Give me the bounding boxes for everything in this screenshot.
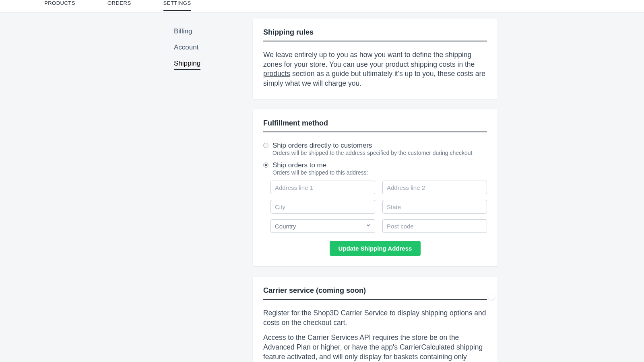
address-line-1-field[interactable] <box>270 181 375 194</box>
sidenav-item-account[interactable]: Account <box>174 39 198 56</box>
fulfillment-option-direct[interactable]: Ship orders directly to customers Orders… <box>263 141 487 156</box>
radio-label: Ship orders to me <box>272 161 368 169</box>
shipping-rules-text-2: section as a guide but ultimately it's u… <box>263 70 485 87</box>
shipping-rules-text-1: We leave entirely up to you as how you w… <box>263 51 475 68</box>
card-title: Shipping rules <box>263 28 487 41</box>
carrier-p2: Access to the Carrier Services API requi… <box>263 333 487 362</box>
radio-label: Ship orders directly to customers <box>272 141 473 150</box>
radio-text: Ship orders directly to customers Orders… <box>272 141 473 156</box>
tab-orders[interactable]: ORDERS <box>107 0 131 10</box>
address-line-2-field[interactable] <box>382 181 487 194</box>
products-link[interactable]: products <box>263 70 290 78</box>
fulfillment-card: Fulfillment method Ship orders directly … <box>253 109 497 267</box>
carrier-title-text: Carrier service (coming soon) <box>263 286 366 295</box>
fulfillment-option-me[interactable]: Ship orders to me Orders will be shipped… <box>263 161 487 176</box>
shipping-rules-body: We leave entirely up to you as how you w… <box>263 50 487 88</box>
sidenav-item-billing[interactable]: Billing <box>174 23 192 39</box>
radio-input[interactable] <box>263 143 268 148</box>
page-body: Billing Account Shipping Shipping rules … <box>0 13 644 362</box>
carrier-p1: Register for the Shop3D Carrier Service … <box>263 309 487 327</box>
settings-sidenav: Billing Account Shipping <box>0 19 253 362</box>
radio-input[interactable] <box>263 162 268 168</box>
settings-content: Shipping rules We leave entirely up to y… <box>253 19 644 362</box>
toggle-knob <box>488 293 495 300</box>
shipping-rules-card: Shipping rules We leave entirely up to y… <box>253 19 497 99</box>
sidenav-item-shipping[interactable]: Shipping <box>174 56 200 70</box>
radio-text: Ship orders to me Orders will be shipped… <box>272 161 368 176</box>
country-select[interactable]: Country <box>270 219 375 233</box>
post-code-field[interactable] <box>382 219 487 233</box>
state-field[interactable] <box>382 200 487 214</box>
address-form: Country <box>263 181 487 233</box>
tab-settings[interactable]: SETTINGS <box>163 0 191 11</box>
update-shipping-address-button[interactable]: Update Shipping Address <box>330 241 421 256</box>
city-field[interactable] <box>270 200 375 214</box>
country-select-wrap: Country <box>270 219 375 233</box>
tab-products[interactable]: PRODUCTS <box>44 0 75 10</box>
radio-sublabel: Orders will be shipped to the address sp… <box>272 150 473 156</box>
top-nav: PRODUCTS ORDERS SETTINGS <box>0 0 644 13</box>
carrier-service-card: Carrier service (coming soon) Register f… <box>253 277 497 362</box>
radio-sublabel: Orders will be shipped to this address: <box>272 169 368 176</box>
card-title: Carrier service (coming soon) <box>263 286 487 300</box>
card-title: Fulfillment method <box>263 119 487 132</box>
